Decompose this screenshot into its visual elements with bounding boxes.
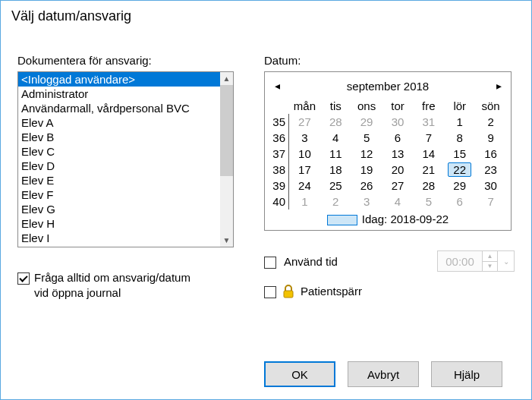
button-row: OK Avbryt Hjälp [264, 361, 502, 387]
calendar-grid: måntisonstorfrelörsön3527282930311236345… [269, 96, 506, 209]
calendar-day[interactable]: 4 [320, 130, 351, 146]
calendar-day[interactable]: 3 [289, 130, 320, 146]
calendar-day[interactable]: 30 [475, 178, 506, 194]
calendar-today-label: Idag: 2018-09-22 [362, 213, 449, 225]
calendar-day[interactable]: 31 [413, 114, 444, 130]
calendar-day[interactable]: 12 [351, 146, 382, 162]
right-column: Datum: ◂ september 2018 ▸ måntisonstorfr… [264, 54, 515, 298]
calendar-day[interactable]: 15 [444, 146, 475, 162]
left-column: Dokumentera för ansvarig: <Inloggad anvä… [17, 54, 245, 301]
lock-icon [282, 285, 294, 298]
list-item[interactable]: Administrator [18, 87, 220, 101]
calendar-prev-icon[interactable]: ◂ [269, 80, 285, 92]
list-item[interactable]: Elev H [18, 216, 220, 231]
patient-lock-checkbox[interactable] [264, 286, 276, 298]
ok-button[interactable]: OK [264, 361, 335, 387]
calendar-day[interactable]: 29 [351, 114, 382, 130]
time-field: 00:00 ▲ ▼ ⌄ [437, 250, 515, 272]
spinner-down-icon[interactable]: ▼ [483, 262, 497, 272]
calendar-day[interactable]: 20 [382, 162, 414, 178]
always-ask-row: Fråga alltid om ansvarig/datum vid öppna… [17, 270, 245, 301]
calendar-day[interactable]: 2 [475, 114, 506, 130]
calendar-day[interactable]: 3 [351, 194, 382, 209]
calendar-day[interactable]: 13 [382, 146, 414, 162]
calendar-week-number: 39 [269, 178, 289, 194]
list-item[interactable]: <Inloggad användare> [18, 72, 220, 87]
calendar-day[interactable]: 28 [413, 178, 444, 194]
calendar-day[interactable]: 6 [444, 194, 475, 209]
calendar-day[interactable]: 6 [382, 130, 414, 146]
time-spinner[interactable]: ▲ ▼ [483, 250, 498, 272]
list-item[interactable]: Användarmall, vårdpersonal BVC [18, 101, 220, 115]
calendar-dow: mån [289, 96, 320, 114]
calendar-dow: tor [382, 96, 414, 114]
calendar-day[interactable]: 23 [475, 162, 506, 178]
calendar-day[interactable]: 11 [320, 146, 351, 162]
scroll-down-icon[interactable]: ▼ [220, 234, 233, 247]
calendar-day[interactable]: 2 [320, 194, 351, 209]
always-ask-label: Fråga alltid om ansvarig/datum vid öppna… [34, 270, 190, 301]
cancel-button[interactable]: Avbryt [348, 361, 419, 387]
calendar-month-title[interactable]: september 2018 [347, 80, 429, 93]
list-item[interactable]: Elev F [18, 187, 220, 202]
calendar-day[interactable]: 21 [413, 162, 444, 178]
calendar-week-number: 38 [269, 162, 289, 178]
always-ask-checkbox[interactable] [17, 272, 30, 285]
list-item[interactable]: Elev E [18, 173, 220, 187]
calendar-day[interactable]: 16 [475, 146, 506, 162]
list-item[interactable]: Elev I [18, 231, 220, 245]
scroll-thumb[interactable] [220, 85, 233, 176]
calendar-week-number: 35 [269, 114, 289, 130]
time-input[interactable]: 00:00 [437, 250, 483, 272]
calendar-today-row[interactable]: Idag: 2018-09-22 [269, 213, 506, 225]
calendar-day[interactable]: 28 [320, 114, 351, 130]
date-label: Datum: [264, 54, 515, 67]
content-area: Dokumentera för ansvarig: <Inloggad anvä… [17, 42, 515, 387]
calendar-corner [269, 96, 289, 114]
calendar-day[interactable]: 5 [351, 130, 382, 146]
list-item[interactable]: Elev C [18, 144, 220, 159]
calendar-day[interactable]: 10 [289, 146, 320, 162]
calendar-day[interactable]: 17 [289, 162, 320, 178]
calendar-day[interactable]: 30 [382, 114, 414, 130]
calendar-dow: fre [413, 96, 444, 114]
calendar-dow: ons [351, 96, 382, 114]
calendar-next-icon[interactable]: ▸ [491, 80, 506, 92]
use-time-row: Använd tid 00:00 ▲ ▼ ⌄ [264, 250, 515, 272]
scroll-up-icon[interactable]: ▲ [220, 72, 233, 85]
calendar-day[interactable]: 18 [320, 162, 351, 178]
spinner-up-icon[interactable]: ▲ [483, 251, 497, 262]
list-item[interactable]: Elev A [18, 115, 220, 130]
calendar-day[interactable]: 7 [413, 130, 444, 146]
responsible-listbox[interactable]: <Inloggad användare>AdministratorAnvända… [17, 71, 234, 247]
calendar-day[interactable]: 24 [289, 178, 320, 194]
calendar-day[interactable]: 8 [444, 130, 475, 146]
calendar-day[interactable]: 4 [382, 194, 414, 209]
list-item[interactable]: Elev D [18, 159, 220, 173]
calendar-day[interactable]: 19 [351, 162, 382, 178]
calendar-day[interactable]: 1 [289, 194, 320, 209]
use-time-checkbox[interactable] [264, 257, 276, 269]
calendar-day[interactable]: 7 [475, 194, 506, 209]
list-item[interactable]: Elev G [18, 202, 220, 216]
help-button[interactable]: Hjälp [431, 361, 502, 387]
calendar-day[interactable]: 14 [413, 146, 444, 162]
calendar-week-number: 40 [269, 194, 289, 209]
calendar-day[interactable]: 26 [351, 178, 382, 194]
calendar-day[interactable]: 27 [382, 178, 414, 194]
calendar-day[interactable]: 29 [444, 178, 475, 194]
calendar-dow: sön [475, 96, 506, 114]
responsible-label: Dokumentera för ansvarig: [17, 54, 245, 67]
calendar-day[interactable]: 25 [320, 178, 351, 194]
calendar-day[interactable]: 27 [289, 114, 320, 130]
list-item[interactable]: Elev B [18, 130, 220, 144]
calendar-day[interactable]: 1 [444, 114, 475, 130]
listbox-scrollbar[interactable]: ▲ ▼ [220, 72, 233, 247]
calendar-day[interactable]: 22 [444, 162, 475, 178]
calendar-day[interactable]: 5 [413, 194, 444, 209]
dialog-window: Välj datum/ansvarig Dokumentera för ansv… [0, 0, 532, 400]
calendar-header: ◂ september 2018 ▸ [269, 75, 506, 96]
use-time-label: Använd tid [284, 255, 338, 268]
calendar-day[interactable]: 9 [475, 130, 506, 146]
time-dropdown-button[interactable]: ⌄ [498, 250, 515, 272]
